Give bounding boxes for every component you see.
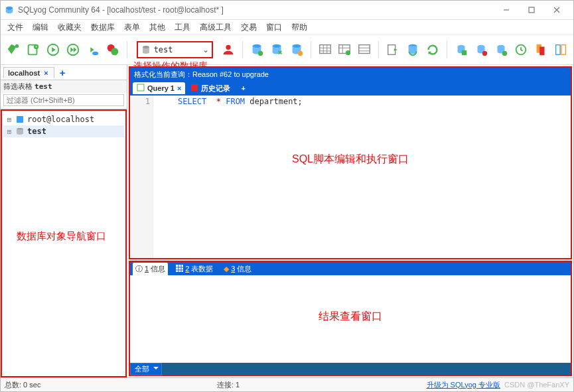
menu-advtools[interactable]: 高级工具 [196, 21, 236, 34]
add-connection-tab[interactable]: + [56, 67, 70, 78]
svg-point-26 [482, 51, 487, 56]
filter-pane: 筛选表格 test [1, 80, 127, 109]
status-conn: 连接: 1 [217, 380, 427, 390]
tree-root-node[interactable]: ⊞ root@localhost [3, 113, 124, 125]
menu-tools[interactable]: 工具 [171, 21, 194, 34]
execute-script-button[interactable] [84, 40, 102, 59]
toolbar-sep-4 [378, 41, 379, 58]
export-button[interactable] [384, 40, 401, 59]
tree-db-node[interactable]: ⊞ test [3, 125, 124, 137]
new-connection-button[interactable] [5, 40, 22, 59]
svg-text:+: + [35, 44, 38, 49]
svg-rect-20 [359, 45, 370, 54]
result-footer: 全部 [130, 363, 571, 375]
misc-tool-3[interactable] [492, 40, 510, 59]
editor-panel: 格式化当前查询：Reason #62 to upgrade Query 1 × … [129, 66, 572, 259]
maximize-button[interactable] [519, 2, 544, 18]
menu-database[interactable]: 数据库 [87, 21, 119, 34]
window-title: SQLyog Community 64 - [localhost/test - … [18, 5, 494, 15]
filter-input[interactable] [3, 94, 124, 106]
svg-point-16 [297, 51, 302, 56]
history-tab[interactable]: 历史记录 [186, 82, 234, 95]
close-query-tab-icon[interactable]: × [177, 84, 181, 92]
toolbar-sep-1 [127, 41, 127, 58]
query-tab-label: Query 1 [147, 84, 175, 92]
misc-tool-2[interactable] [472, 40, 490, 59]
expander-icon[interactable]: ⊞ [6, 115, 13, 124]
format-button[interactable] [104, 40, 121, 59]
svg-point-1 [15, 44, 19, 48]
connection-tab-localhost[interactable]: localhost × [3, 67, 54, 78]
new-query-button[interactable]: + [25, 40, 42, 59]
database-icon [141, 44, 151, 55]
svg-rect-38 [176, 265, 183, 272]
database-selector[interactable]: test ⌄ [137, 41, 213, 58]
add-query-tab[interactable]: + [236, 84, 250, 92]
toolbar-sep-5 [447, 41, 447, 58]
toolbar-sep-3 [311, 41, 311, 58]
minimize-button[interactable] [494, 2, 519, 18]
close-button[interactable] [544, 2, 569, 18]
toolbar: + test ⌄ 选择操作的数据库 [1, 35, 573, 65]
result-tab-tabledata[interactable]: 2 表数据 [173, 263, 216, 275]
server-icon [15, 115, 25, 124]
svg-rect-24 [462, 50, 466, 55]
query-tab-1[interactable]: Query 1 × [133, 82, 185, 94]
titlebar: SQLyog Community 64 - [localhost/test - … [1, 1, 573, 20]
refresh-button[interactable] [424, 40, 441, 59]
status-total: 总数: 0 sec [5, 380, 217, 390]
misc-tool-5[interactable] [532, 40, 549, 59]
db-tool-3[interactable] [288, 40, 305, 59]
menu-help[interactable]: 帮助 [287, 21, 311, 34]
menu-trans[interactable]: 交易 [237, 21, 261, 34]
filter-heading: 筛选表格 test [1, 80, 127, 93]
app-window: SQLyog Community 64 - [localhost/test - … [0, 0, 574, 392]
misc-tool-1[interactable] [453, 40, 470, 59]
menu-table[interactable]: 表单 [120, 21, 144, 34]
menu-fav[interactable]: 收藏夹 [54, 21, 86, 34]
annot-tree: 数据库对象导航窗口 [17, 230, 106, 243]
query-tab-bar: Query 1 × 历史记录 + [130, 81, 571, 96]
svg-point-12 [252, 44, 261, 48]
sql-editor[interactable]: 1 SELECT * FROM department; [130, 96, 571, 258]
result-tab-msg[interactable]: ◆ 3 信息 [221, 263, 254, 275]
chevron-down-icon: ⌄ [200, 45, 212, 54]
execute-all-button[interactable] [64, 40, 82, 59]
result-scope-select[interactable]: 全部 [130, 363, 162, 375]
format-hint-bar[interactable]: 格式化当前查询：Reason #62 to upgrade [130, 68, 571, 81]
svg-point-7 [92, 52, 98, 56]
expander-icon[interactable]: ⊞ [6, 127, 13, 136]
sync-db-button[interactable] [404, 40, 421, 59]
svg-rect-17 [319, 45, 330, 54]
misc-tool-4[interactable] [512, 40, 530, 59]
misc-tool-6[interactable] [552, 40, 569, 59]
msg-icon: ◆ [224, 265, 229, 273]
table-tool-1[interactable] [317, 40, 334, 59]
db-tool-1[interactable] [248, 40, 265, 59]
right-panel: 格式化当前查询：Reason #62 to upgrade Query 1 × … [127, 65, 573, 377]
connection-tabs: localhost × + [1, 65, 127, 80]
svg-rect-33 [561, 45, 565, 55]
table-tool-3[interactable] [356, 40, 373, 59]
upgrade-link[interactable]: 升级为 SQLyog 专业版 [427, 380, 500, 390]
left-panel: localhost × + 筛选表格 test ⊞ root@localhost [1, 65, 127, 377]
svg-point-19 [346, 50, 350, 55]
svg-point-15 [292, 44, 301, 48]
db-tool-2[interactable] [268, 40, 285, 59]
svg-rect-31 [539, 46, 544, 55]
menu-edit[interactable]: 编辑 [29, 21, 52, 34]
info-icon: ⓘ [135, 264, 143, 274]
menu-file[interactable]: 文件 [3, 21, 27, 34]
result-tab-info[interactable]: ⓘ 1 信息 [133, 263, 168, 275]
menu-other[interactable]: 其他 [145, 21, 169, 34]
object-tree[interactable]: ⊞ root@localhost ⊞ test 数据库对象导航窗口 [1, 109, 127, 377]
database-icon [15, 127, 25, 136]
user-button[interactable] [220, 40, 237, 59]
annot-result: 结果查看窗口 [319, 309, 382, 323]
close-tab-icon[interactable]: × [42, 69, 49, 77]
execute-button[interactable] [44, 40, 62, 59]
table-tool-2[interactable] [336, 40, 354, 59]
editor-code[interactable]: SELECT * FROM department; [153, 96, 308, 258]
menu-window[interactable]: 窗口 [262, 21, 286, 34]
svg-point-14 [272, 44, 281, 48]
